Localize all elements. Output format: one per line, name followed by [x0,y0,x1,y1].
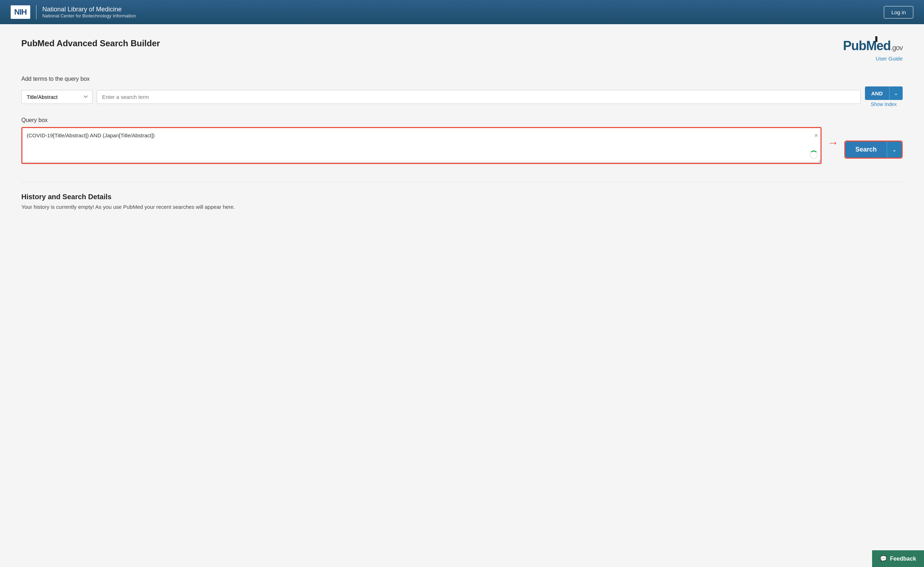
feedback-label: Feedback [890,556,916,562]
feedback-button[interactable]: 💬 Feedback [872,550,924,567]
pubmed-logo-ed: ed [876,38,891,53]
header-left: NIH National Library of Medicine Nationa… [10,5,136,19]
search-button-container: Search ⌄ [844,133,903,159]
and-group: AND ⌄ [865,86,903,100]
pubmed-logo-text: Pub [843,38,866,53]
page-title: PubMed Advanced Search Builder [21,38,160,48]
history-section: History and Search Details Your history … [21,182,903,210]
header-divider [36,5,37,19]
search-row: All Fields Title/Abstract Title Abstract… [21,86,903,107]
search-term-input[interactable] [97,90,861,104]
user-guide-link[interactable]: User Guide [843,56,903,62]
search-btn-group: Search ⌄ [844,141,903,159]
pubmed-logo: PubMed.gov [843,38,903,53]
page-header: PubMed Advanced Search Builder PubMed.go… [21,38,903,62]
and-button[interactable]: AND [865,86,890,100]
login-button[interactable]: Log in [884,6,914,18]
search-button[interactable]: Search [845,142,886,158]
site-header: NIH National Library of Medicine Nationa… [0,0,924,24]
header-subtitle: National Center for Biotechnology Inform… [42,13,136,18]
history-title: History and Search Details [21,193,903,201]
header-title: National Library of Medicine [42,6,136,13]
nih-logo: NIH [10,5,30,19]
search-builder: Add terms to the query box All Fields Ti… [21,76,903,107]
pubmed-logo-area: PubMed.gov User Guide [843,38,903,62]
history-text: Your history is currently empty! As you … [21,204,903,210]
add-terms-label: Add terms to the query box [21,76,903,82]
loading-icon [810,150,818,159]
arrow-indicator: → [827,136,838,149]
header-text: National Library of Medicine National Ce… [42,6,136,18]
show-index-link[interactable]: Show Index [865,101,903,107]
query-textarea[interactable] [21,127,822,162]
pubmed-logo-m: M [866,38,876,53]
main-content: PubMed Advanced Search Builder PubMed.go… [0,24,924,567]
query-box-wrapper: × [21,127,822,164]
pubmed-gov: .gov [891,44,903,52]
query-label: Query box [21,117,903,123]
field-select[interactable]: All Fields Title/Abstract Title Abstract… [21,90,93,104]
search-dropdown-button[interactable]: ⌄ [886,142,902,158]
clear-query-button[interactable]: × [814,132,818,140]
and-button-group: AND ⌄ Show Index [865,86,903,107]
and-dropdown-button[interactable]: ⌄ [889,86,903,100]
query-section: Query box × → Search ⌄ [21,117,903,164]
query-row: × → Search ⌄ [21,127,903,164]
feedback-icon: 💬 [880,555,887,562]
